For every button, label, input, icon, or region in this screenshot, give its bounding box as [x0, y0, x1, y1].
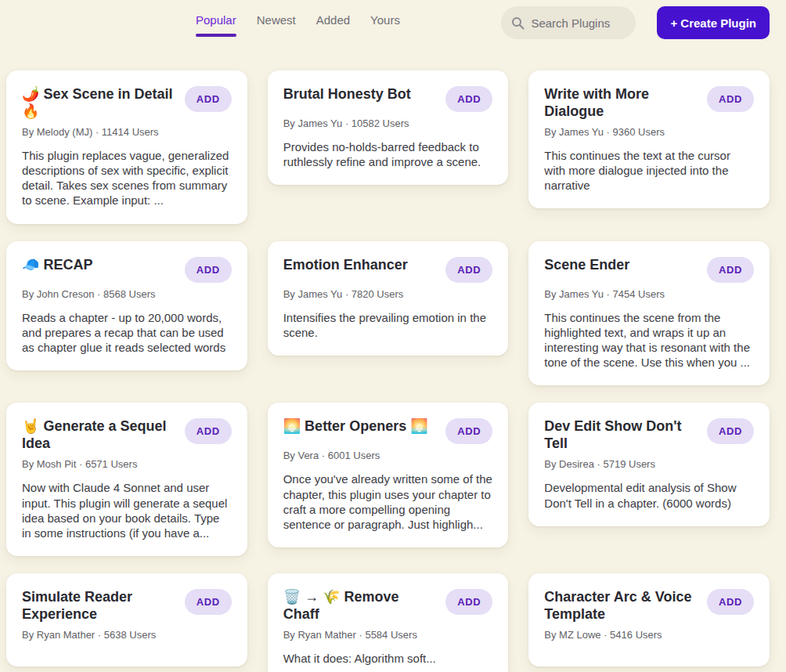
tab-bar: Popular Newest Added Yours [196, 9, 400, 37]
plugin-description: Intensifies the prevailing emotion in th… [283, 310, 493, 340]
plugin-card[interactable]: Scene Ender ADD By James Yu · 7454 Users… [528, 241, 770, 386]
plugin-card[interactable]: 🧢 RECAP ADD By John Creson · 8568 Users … [6, 241, 247, 371]
add-button[interactable]: ADD [445, 86, 492, 112]
card-header: 🤘 Generate a Sequel Idea ADD [22, 418, 232, 453]
card-header: Dev Edit Show Don't Tell ADD [544, 418, 754, 453]
add-button[interactable]: ADD [185, 86, 232, 112]
plugin-title: 🤘 Generate a Sequel Idea [22, 418, 177, 453]
plugin-byline: By James Yu · 10582 Users [283, 117, 493, 129]
tab-newest[interactable]: Newest [257, 9, 296, 27]
plugin-byline: By Desirea · 5719 Users [544, 458, 754, 470]
plugin-description: This continues the text at the cursor wi… [544, 148, 754, 193]
plugin-description: Provides no-holds-barred feedback to rut… [283, 139, 493, 169]
plugin-description: This plugin replaces vague, generalized … [22, 148, 232, 208]
plugin-title: Dev Edit Show Don't Tell [544, 418, 699, 453]
top-bar: Popular Newest Added Yours + Create Plug… [0, 0, 786, 41]
plugin-description: Once you've already written some of the … [283, 471, 493, 532]
plugin-byline: By Vera · 6001 Users [283, 450, 493, 461]
create-plugin-button[interactable]: + Create Plugin [657, 6, 770, 39]
plugin-description: Now with Claude 4 Sonnet and user input.… [22, 480, 232, 540]
plugin-grid: 🌶️ Sex Scene in Detail 🔥 ADD By Melody (… [6, 70, 770, 672]
add-button[interactable]: ADD [707, 257, 754, 283]
plugin-card[interactable]: Character Arc & Voice Template ADD By MZ… [528, 573, 770, 667]
tab-popular[interactable]: Popular [196, 9, 236, 37]
plugin-title: Write with More Dialogue [544, 86, 699, 121]
card-header: 🧢 RECAP ADD [22, 257, 232, 283]
add-button[interactable]: ADD [445, 257, 492, 283]
tab-added[interactable]: Added [316, 9, 350, 27]
search-box[interactable] [501, 6, 636, 39]
add-button[interactable]: ADD [185, 418, 232, 444]
plugin-byline: By John Creson · 8568 Users [22, 288, 232, 300]
plugin-byline: By James Yu · 7454 Users [544, 288, 754, 300]
plugin-byline: By Mosh Pit · 6571 Users [22, 458, 232, 470]
add-button[interactable]: ADD [707, 418, 754, 444]
plugin-byline: By Ryan Mather · 5638 Users [22, 629, 232, 641]
plugin-byline: By James Yu · 7820 Users [283, 288, 493, 300]
plugin-title: Scene Ender [544, 257, 629, 274]
search-input[interactable] [531, 16, 626, 30]
add-button[interactable]: ADD [185, 589, 232, 615]
card-header: 🌶️ Sex Scene in Detail 🔥 ADD [22, 86, 232, 121]
plugin-card[interactable]: 🌅 Better Openers 🌅 ADD By Vera · 6001 Us… [268, 403, 509, 547]
plugin-title: Character Arc & Voice Template [544, 589, 699, 623]
plugin-byline: By Ryan Mather · 5584 Users [283, 629, 493, 641]
card-header: 🗑️ → 🌾 Remove Chaff ADD [283, 589, 493, 623]
card-header: Simulate Reader Experience ADD [22, 589, 232, 623]
plugin-byline: By Melody (MJ) · 11414 Users [22, 126, 232, 138]
plugin-description: Developmental edit analysis of Show Don'… [544, 480, 754, 510]
plugin-title: 🌅 Better Openers 🌅 [283, 418, 428, 435]
plugin-byline: By MZ Lowe · 5416 Users [544, 629, 754, 641]
card-header: 🌅 Better Openers 🌅 ADD [283, 418, 493, 444]
plugin-description: Reads a chapter - up to 20,000 words, an… [22, 310, 232, 356]
plugin-card[interactable]: Write with More Dialogue ADD By James Yu… [528, 70, 770, 208]
add-button[interactable]: ADD [707, 589, 754, 615]
plugin-title: Brutal Honesty Bot [283, 86, 411, 103]
add-button[interactable]: ADD [185, 257, 232, 283]
tab-yours[interactable]: Yours [370, 9, 400, 27]
plugin-card[interactable]: Simulate Reader Experience ADD By Ryan M… [6, 573, 247, 667]
card-header: Emotion Enhancer ADD [283, 257, 493, 283]
plugin-card[interactable]: 🤘 Generate a Sequel Idea ADD By Mosh Pit… [6, 403, 247, 556]
plugin-card[interactable]: Dev Edit Show Don't Tell ADD By Desirea … [528, 403, 770, 526]
add-button[interactable]: ADD [445, 418, 492, 444]
plugin-title: Emotion Enhancer [283, 257, 408, 274]
search-icon [511, 16, 525, 30]
plugin-description: What it does: Algorithm soft... [283, 651, 493, 666]
plugin-description: This continues the scene from the highli… [544, 310, 754, 370]
plugin-byline: By James Yu · 9360 Users [544, 126, 754, 138]
card-header: Brutal Honesty Bot ADD [283, 86, 493, 112]
add-button[interactable]: ADD [707, 86, 754, 112]
plugin-title: 🗑️ → 🌾 Remove Chaff [283, 589, 438, 623]
card-header: Scene Ender ADD [544, 257, 754, 283]
plugin-card[interactable]: 🌶️ Sex Scene in Detail 🔥 ADD By Melody (… [6, 70, 247, 224]
plugin-card[interactable]: Emotion Enhancer ADD By James Yu · 7820 … [268, 241, 509, 356]
plugin-card[interactable]: 🗑️ → 🌾 Remove Chaff ADD By Ryan Mather ·… [268, 573, 509, 672]
plugin-card[interactable]: Brutal Honesty Bot ADD By James Yu · 105… [268, 70, 509, 185]
plugin-title: 🌶️ Sex Scene in Detail 🔥 [22, 86, 177, 121]
add-button[interactable]: ADD [445, 589, 492, 615]
plugin-title: 🧢 RECAP [22, 257, 92, 274]
card-header: Write with More Dialogue ADD [544, 86, 754, 121]
card-header: Character Arc & Voice Template ADD [544, 589, 754, 623]
plugin-title: Simulate Reader Experience [22, 589, 177, 623]
